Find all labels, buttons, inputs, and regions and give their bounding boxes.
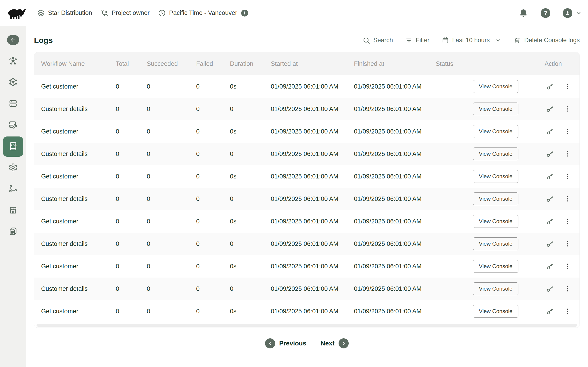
view-console-button[interactable]: View Console [473, 192, 519, 205]
chevron-down-icon [575, 10, 582, 17]
previous-page-button[interactable] [265, 338, 275, 348]
previous-label[interactable]: Previous [279, 340, 306, 347]
duration-cell: 0 [230, 240, 271, 248]
started-at-cell: 01/09/2025 06:01:00 AM [271, 240, 354, 248]
total-cell: 0 [116, 263, 147, 270]
main-content: Logs Search Filter Last 10 hours Delete … [26, 26, 588, 367]
rhino-logo[interactable] [5, 3, 27, 23]
top-bar-actions: ? [519, 8, 582, 18]
started-at-cell: 01/09/2025 06:01:00 AM [271, 195, 354, 202]
finished-at-cell: 01/09/2025 06:01:00 AM [354, 263, 436, 270]
sidebar-item-logs[interactable] [3, 136, 23, 157]
key-icon[interactable] [546, 217, 554, 225]
sidebar-item-models[interactable] [3, 73, 23, 93]
failed-cell: 0 [196, 263, 230, 270]
kebab-menu-icon[interactable] [564, 195, 571, 203]
scrollbar-thumb[interactable] [36, 324, 577, 327]
kebab-menu-icon[interactable] [564, 127, 571, 135]
sidebar-item-hub[interactable] [3, 51, 23, 71]
sidebar-item-settings[interactable] [3, 158, 23, 178]
duration-cell: 0s [230, 218, 271, 225]
docs-icon [8, 227, 18, 237]
key-icon[interactable] [546, 82, 554, 91]
kebab-menu-icon[interactable] [564, 217, 571, 225]
view-console-button[interactable]: View Console [473, 170, 519, 183]
search-label: Search [373, 37, 393, 44]
view-console-button[interactable]: View Console [473, 237, 519, 250]
account-menu[interactable] [563, 8, 582, 18]
kebab-menu-icon[interactable] [564, 262, 571, 270]
view-console-button[interactable]: View Console [473, 148, 519, 160]
layers-icon [37, 9, 45, 17]
chevron-left-icon [267, 340, 273, 346]
kebab-menu-icon[interactable] [564, 83, 571, 90]
view-console-button[interactable]: View Console [473, 260, 519, 273]
nav-timezone[interactable]: Pacific Time - Vancouver i [158, 9, 248, 17]
col-duration: Duration [230, 60, 271, 67]
workflow-name-cell: Customer details [34, 150, 116, 158]
sidebar-back-button[interactable] [3, 30, 23, 50]
help-icon[interactable]: ? [541, 8, 550, 18]
table-row: Customer details 0 0 0 0 01/09/2025 06:0… [34, 98, 579, 120]
duration-cell: 0 [230, 195, 271, 202]
view-console-button[interactable]: View Console [473, 305, 519, 318]
top-nav: Star Distribution Project owner Pacific … [37, 9, 248, 17]
duration-cell: 0s [230, 308, 271, 315]
clock-icon [158, 9, 166, 17]
filter-button[interactable]: Filter [405, 36, 430, 44]
workflow-name-cell: Customer details [34, 106, 116, 113]
view-console-button[interactable]: View Console [473, 102, 519, 115]
key-icon[interactable] [546, 285, 554, 293]
key-icon[interactable] [546, 172, 554, 181]
key-icon[interactable] [546, 262, 554, 270]
view-console-button[interactable]: View Console [473, 215, 519, 228]
time-range-dropdown[interactable]: Last 10 hours [441, 36, 502, 44]
key-icon[interactable] [546, 240, 554, 248]
failed-cell: 0 [196, 218, 230, 225]
filter-icon [405, 36, 413, 44]
kebab-menu-icon[interactable] [564, 307, 571, 315]
sidebar-item-documents[interactable] [3, 222, 23, 242]
finished-at-cell: 01/09/2025 06:01:00 AM [354, 285, 436, 292]
info-icon[interactable]: i [241, 10, 248, 17]
started-at-cell: 01/09/2025 06:01:00 AM [271, 150, 354, 158]
bell-icon[interactable] [519, 8, 528, 18]
logs-table: Workflow Name Total Succeeded Failed Dur… [34, 52, 580, 328]
search-button[interactable]: Search [363, 36, 393, 44]
key-icon[interactable] [546, 150, 554, 158]
sidebar-item-marketplace[interactable] [3, 200, 23, 221]
kebab-menu-icon[interactable] [564, 240, 571, 248]
avatar-icon [563, 8, 572, 18]
nav-project-owner[interactable]: Project owner [100, 9, 149, 17]
sidebar-item-server-tools[interactable] [3, 115, 23, 135]
next-page-button[interactable] [338, 338, 349, 348]
view-console-button[interactable]: View Console [473, 282, 519, 295]
cube-icon [8, 77, 18, 88]
table-row: Customer details 0 0 0 0 01/09/2025 06:0… [34, 143, 579, 165]
finished-at-cell: 01/09/2025 06:01:00 AM [354, 218, 436, 225]
duration-cell: 0s [230, 128, 271, 135]
nav-star-distribution[interactable]: Star Distribution [37, 9, 92, 17]
succeeded-cell: 0 [147, 285, 196, 292]
succeeded-cell: 0 [147, 106, 196, 113]
log-book-icon [8, 141, 18, 152]
kebab-menu-icon[interactable] [564, 105, 571, 113]
total-cell: 0 [116, 173, 147, 180]
key-icon[interactable] [546, 105, 554, 113]
pagination: Previous Next [34, 338, 580, 348]
kebab-menu-icon[interactable] [564, 173, 571, 180]
kebab-menu-icon[interactable] [564, 285, 571, 293]
delete-console-logs-button[interactable]: Delete Console logs [513, 36, 580, 44]
org-icon [100, 9, 109, 17]
key-icon[interactable] [546, 307, 554, 315]
view-console-button[interactable]: View Console [473, 125, 519, 138]
sidebar-item-servers[interactable] [3, 94, 23, 114]
key-icon[interactable] [546, 195, 554, 203]
sidebar-item-branches[interactable] [3, 179, 23, 199]
top-bar: Star Distribution Project owner Pacific … [0, 0, 588, 26]
key-icon[interactable] [546, 127, 554, 135]
next-label[interactable]: Next [321, 340, 335, 347]
finished-at-cell: 01/09/2025 06:01:00 AM [354, 106, 436, 113]
kebab-menu-icon[interactable] [564, 150, 571, 158]
view-console-button[interactable]: View Console [473, 80, 519, 93]
